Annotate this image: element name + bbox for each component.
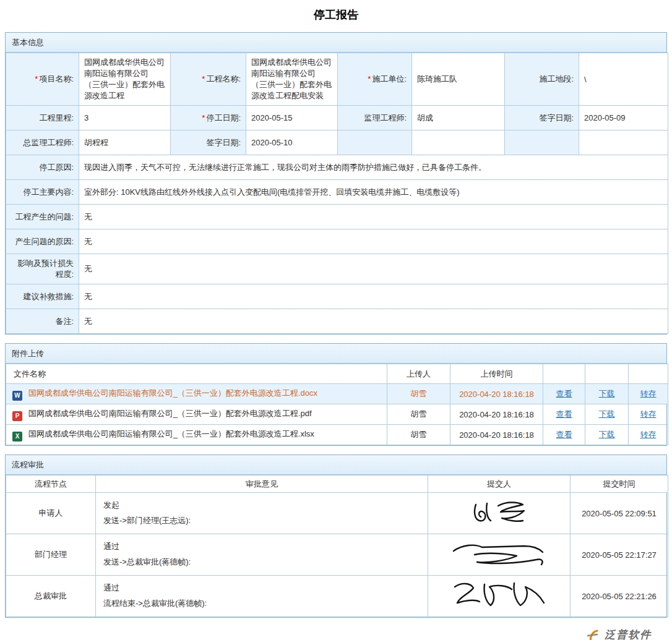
problem-causes-label: 产生问题的原因:	[6, 229, 79, 254]
table-row: 备注: 无	[6, 309, 668, 334]
upload-time-cell: 2020-04-20 18:16:18	[450, 384, 543, 404]
chief-supervision-engineer-label: 总监理工程师:	[6, 130, 79, 155]
transfer-link[interactable]: 转存	[640, 389, 657, 398]
footer-logo: 泛普软件 www.fanpusoft.com	[5, 626, 667, 640]
supervision-engineer-value: 胡成	[412, 106, 505, 130]
page-title: 停工报告	[5, 4, 667, 32]
table-row: *项目名称: 国网成都成华供电公司南阳运输有限公司 （三供一业）配套外电源改造工…	[6, 53, 668, 106]
attachments-section-title: 附件上传	[6, 344, 666, 364]
uploader-cell: 胡雪	[387, 404, 450, 425]
table-row: 工程产生的问题: 无	[6, 205, 668, 229]
table-row: 总裁审批 通过 流程结束->总裁审批(蒋德帧): 2020-05-05 22:2…	[6, 576, 668, 617]
signature-image	[468, 498, 530, 527]
engineering-name-value: 国网成都成华供电公司南阳运输有限公司 （三供一业）配套外电源改造工程配电安装	[246, 53, 338, 106]
stop-date-value: 2020-05-15	[246, 106, 338, 130]
download-link[interactable]: 下载	[599, 389, 615, 398]
transfer-link[interactable]: 转存	[640, 409, 657, 419]
project-name-label: *项目名称:	[6, 53, 79, 106]
pdf-file-icon: P	[12, 411, 22, 421]
download-link[interactable]: 下载	[599, 409, 615, 419]
project-problems-label: 工程产生的问题:	[6, 205, 79, 229]
table-row: P 国网成都成华供电公司南阳运输有限公司_（三供一业）配套外电源改造工程.pdf…	[6, 404, 668, 425]
word-file-icon: W	[12, 391, 22, 401]
node-header: 流程节点	[6, 476, 96, 493]
required-marker: *	[202, 74, 205, 83]
attachments-section: 附件上传 文件名称 上传人 上传时间 W 国网成都成华供电公司南阳运输有限公司_…	[5, 343, 667, 446]
view-link[interactable]: 查看	[556, 430, 572, 439]
empty-header	[629, 364, 668, 384]
remark-label: 备注:	[6, 309, 79, 334]
stop-date-label: *停工日期:	[171, 106, 246, 130]
required-marker: *	[35, 74, 38, 83]
opinion-line-1: 发起	[103, 498, 420, 513]
opinion-line-1: 通过	[103, 539, 420, 555]
stop-main-content-value: 室外部分: 10KV线路由红线外外线接入点引入变配电间(电缆排管开挖、回填安装电…	[79, 180, 668, 205]
attachments-table: 文件名称 上传人 上传时间 W 国网成都成华供电公司南阳运输有限公司_（三供一业…	[6, 364, 668, 445]
project-problems-value: 无	[79, 205, 668, 229]
uploader-header: 上传人	[387, 364, 450, 384]
project-name-value: 国网成都成华供电公司南阳运输有限公司 （三供一业）配套外电源改造工程	[79, 53, 171, 106]
chief-supervision-engineer-value: 胡程程	[79, 130, 171, 155]
view-link[interactable]: 查看	[556, 389, 572, 398]
empty-cell	[412, 130, 505, 155]
attachments-header-row: 文件名称 上传人 上传时间	[6, 364, 668, 384]
empty-header	[543, 364, 585, 384]
table-row: 工程里程: 3 *停工日期: 2020-05-15 监理工程师: 胡成 签字日期…	[6, 106, 668, 130]
required-marker: *	[368, 74, 371, 83]
approvals-header-row: 流程节点 审批意见 提交人 提交时间	[6, 476, 668, 493]
empty-cell	[338, 130, 412, 155]
submit-time-cell: 2020-05-05 22:09:51	[571, 493, 668, 534]
basic-info-section-title: 基本信息	[6, 33, 666, 53]
required-marker: *	[202, 113, 205, 122]
uploader-cell: 胡雪	[387, 425, 450, 445]
construction-section-label: 施工地段:	[505, 53, 579, 106]
table-row: W 国网成都成华供电公司南阳运输有限公司_（三供一业）配套外电源改造工程.doc…	[6, 384, 668, 404]
node-cell: 申请人	[6, 493, 96, 534]
download-link[interactable]: 下载	[599, 430, 615, 439]
approvals-table: 流程节点 审批意见 提交人 提交时间 申请人 发起 发送->部门经理(王志远):…	[6, 475, 668, 617]
table-row: 建议补救措施: 无	[6, 284, 668, 309]
empty-cell	[579, 130, 668, 155]
table-row: 部门经理 通过 发送->总裁审批(蒋德帧): 2020-05-05 22:17:…	[6, 534, 668, 576]
remedial-measures-value: 无	[79, 284, 668, 309]
signature-image	[450, 539, 549, 570]
upload-time-cell: 2020-04-20 18:16:18	[450, 425, 543, 445]
excel-file-icon: X	[12, 432, 22, 442]
construction-unit-value: 陈琦施工队	[412, 53, 505, 106]
stop-reason-label: 停工原因:	[6, 155, 79, 180]
stop-main-content-label: 停工主要内容:	[6, 180, 79, 205]
opinion-line-2: 发送->总裁审批(蒋德帧):	[103, 555, 420, 570]
signature-image	[450, 578, 549, 612]
report-page: 停工报告 基本信息 *项目名称: 国网成都成华供电公司南阳运输有限公司 （三供一…	[0, 0, 672, 640]
file-name-link[interactable]: 国网成都成华供电公司南阳运输有限公司_（三供一业）配套外电源改造工程.xlsx	[28, 429, 314, 438]
construction-unit-label: *施工单位:	[338, 53, 412, 106]
remedial-measures-label: 建议补救措施:	[6, 284, 79, 309]
brand-name: 泛普软件	[605, 628, 658, 640]
file-name-link[interactable]: 国网成都成华供电公司南阳运输有限公司_（三供一业）配套外电源改造工程.pdf	[28, 409, 312, 418]
opinion-line-2: 发送->部门经理(王志远):	[103, 513, 420, 529]
submit-time-cell: 2020-05-05 22:21:26	[571, 576, 668, 617]
submit-time-cell: 2020-05-05 22:17:27	[571, 534, 668, 576]
table-row: 影响及预计损失程度: 无	[6, 254, 668, 284]
sign-date-2-label: 签字日期:	[171, 130, 246, 155]
node-cell: 部门经理	[6, 534, 96, 576]
empty-cell	[505, 130, 579, 155]
table-row: 产生问题的原因: 无	[6, 229, 668, 254]
project-mileage-value: 3	[79, 106, 171, 130]
table-row: X 国网成都成华供电公司南阳运输有限公司_（三供一业）配套外电源改造工程.xls…	[6, 425, 668, 445]
opinion-header: 审批意见	[96, 476, 428, 493]
sign-date-1-value: 2020-05-09	[579, 106, 668, 130]
view-link[interactable]: 查看	[556, 409, 572, 419]
sign-date-2-value: 2020-05-10	[246, 130, 338, 155]
upload-time-header: 上传时间	[450, 364, 543, 384]
submit-time-header: 提交时间	[571, 476, 668, 493]
supervision-engineer-label: 监理工程师:	[338, 106, 412, 130]
transfer-link[interactable]: 转存	[640, 430, 657, 439]
basic-info-section: 基本信息 *项目名称: 国网成都成华供电公司南阳运输有限公司 （三供一业）配套外…	[5, 32, 667, 335]
project-mileage-label: 工程里程:	[6, 106, 79, 130]
file-name-link[interactable]: 国网成都成华供电公司南阳运输有限公司_（三供一业）配套外电源改造工程.docx	[28, 388, 317, 398]
uploader-cell: 胡雪	[387, 384, 450, 404]
table-row: 总监理工程师: 胡程程 签字日期: 2020-05-10	[6, 130, 668, 155]
engineering-name-label: *工程名称:	[171, 53, 246, 106]
table-row: 停工原因: 现因进入雨季，天气不可控，无法继续进行正常施工，现我公司对主体的雨季…	[6, 155, 668, 180]
